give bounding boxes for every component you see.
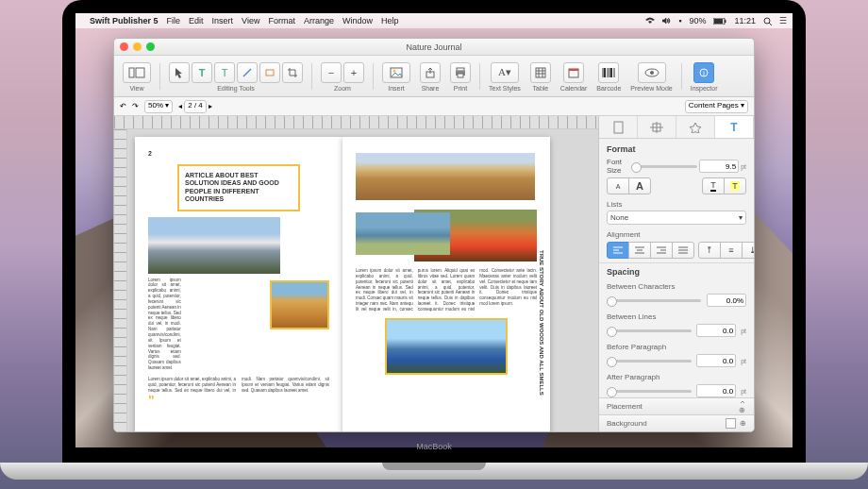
increase-size-button[interactable]: A [628,177,651,194]
menubar-clock[interactable]: 11:21 [734,16,756,25]
text-styles-button[interactable]: A▾ [491,62,519,83]
inspector-tab-geometry[interactable] [638,116,676,138]
master-pages-select[interactable]: Content Pages ▾ [685,100,748,113]
crop-tool[interactable] [282,62,303,83]
before-para-field[interactable] [696,354,736,367]
print-button[interactable] [450,62,471,83]
svg-line-7 [243,69,251,76]
document-canvas[interactable]: 2 ARTICLE ABOUT BEST SOLUTION IDEAS AND … [127,129,598,431]
vertical-ruler[interactable] [114,129,127,431]
image-mountains[interactable] [148,217,280,274]
menu-edit[interactable]: Edit [189,16,204,25]
before-para-slider[interactable] [607,360,692,363]
quote-mark: " [148,393,329,408]
macos-menubar: Swift Publisher 5 File Edit Insert View … [75,13,793,28]
font-size-slider[interactable] [631,165,697,168]
menu-format[interactable]: Format [268,16,295,25]
zoom-out-button[interactable]: − [321,62,342,83]
svg-rect-32 [614,122,623,133]
lists-dropdown[interactable]: None▾ [607,211,746,225]
background-accordion[interactable]: Background ⊕ [599,414,754,431]
inspector-tab-text[interactable]: T [715,116,754,138]
align-left-button[interactable] [607,242,629,259]
line-spacing-field[interactable] [696,324,736,337]
page-number: 2 [148,150,329,157]
valign-middle-button[interactable]: ≡ [720,242,743,259]
after-para-slider[interactable] [607,390,692,393]
placement-accordion[interactable]: Placement ⊕ [599,397,754,414]
zoom-button[interactable] [146,42,155,51]
spotlight-icon[interactable] [763,17,772,25]
align-justify-button[interactable] [672,242,694,259]
minimize-button[interactable] [133,42,142,51]
close-button[interactable] [120,42,128,51]
menu-arrange[interactable]: Arrange [304,16,334,25]
volume-icon[interactable] [662,17,671,25]
insert-button[interactable] [382,62,410,83]
decrease-size-button[interactable]: A [607,177,629,194]
before-para-label: Before Paragraph [607,343,746,351]
vertical-headline[interactable]: TRUE STORY ABOUT OLD WOODS AND ALL SMELL… [539,250,544,396]
menu-view[interactable]: View [242,16,259,25]
align-right-button[interactable] [650,242,673,259]
redo-icon[interactable]: ↷ [132,102,139,110]
line-spacing-slider[interactable] [607,329,692,332]
window-titlebar[interactable]: Nature Journal [114,39,754,56]
image-lake[interactable] [385,318,508,375]
background-color-well[interactable] [726,418,736,429]
page-left[interactable]: 2 ARTICLE ABOUT BEST SOLUTION IDEAS AND … [135,137,342,431]
font-size-field[interactable] [699,160,739,173]
calendar-button[interactable] [563,62,584,83]
menu-insert[interactable]: Insert [212,16,234,25]
wifi-icon[interactable] [645,17,655,25]
preview-mode-button[interactable] [638,62,666,83]
svg-rect-12 [457,68,464,71]
image-coast[interactable] [356,212,450,255]
menu-window[interactable]: Window [342,16,373,25]
notification-center-icon[interactable]: ☰ [779,16,787,25]
selection-tool[interactable] [169,62,190,83]
char-spacing-field[interactable] [707,294,746,307]
page-stepper[interactable]: ◂2 / 4▸ [178,100,212,113]
text-color-button[interactable]: T [702,177,725,194]
view-mode-button[interactable] [123,62,151,83]
inspector-tab-document[interactable] [599,116,638,138]
menu-file[interactable]: File [167,16,181,25]
line-tool[interactable] [237,62,258,83]
article-title-box[interactable]: ARTICLE ABOUT BEST SOLUTION IDEAS AND GO… [177,164,300,211]
page-right[interactable]: Lorem ipsum dolor sit amet, explicabo an… [342,137,550,431]
inspector-tab-appearance[interactable] [676,116,715,138]
table-button[interactable] [530,62,551,83]
body-text-right[interactable]: Lorem ipsum dolor sit amet, explicabo an… [356,268,537,312]
body-text-cols[interactable]: Lorem ipsum dolor sit amet, explicabo an… [148,377,329,394]
inspector-toggle[interactable]: i [693,62,714,83]
horizontal-ruler[interactable] [114,116,598,129]
barcode-button[interactable] [598,62,619,83]
after-para-field[interactable] [696,384,736,397]
valign-top-button[interactable]: ⤒ [698,242,721,259]
main-toolbar: View T T Editing Tools − + [114,56,754,97]
app-menu[interactable]: Swift Publisher 5 [90,16,159,25]
flag-icon[interactable]: ▪ [678,16,681,25]
laptop-notch [382,463,486,470]
char-spacing-slider[interactable] [607,299,701,302]
undo-icon[interactable]: ↶ [120,102,126,110]
rectangle-tool[interactable] [259,62,280,83]
valign-bottom-button[interactable]: ⤓ [742,242,754,259]
battery-icon[interactable] [713,18,726,25]
image-hotspring[interactable] [270,280,329,329]
preview-mode-label: Preview Mode [630,85,672,92]
share-button[interactable] [420,62,441,83]
highlight-color-button[interactable]: T [724,177,746,194]
inspector-label: Inspector [691,85,718,92]
svg-point-10 [393,69,396,72]
menu-help[interactable]: Help [381,16,399,25]
share-label: Share [422,85,440,92]
text-tool[interactable]: T [192,62,212,83]
zoom-level-select[interactable]: 50% ▾ [144,100,173,113]
image-hills[interactable] [356,153,535,200]
align-center-button[interactable] [628,242,651,259]
body-text[interactable]: Lorem ipsum dolor sit amet, explicabo an… [148,278,181,371]
vertical-text-tool[interactable]: T [214,62,235,83]
zoom-in-button[interactable]: + [343,62,364,83]
